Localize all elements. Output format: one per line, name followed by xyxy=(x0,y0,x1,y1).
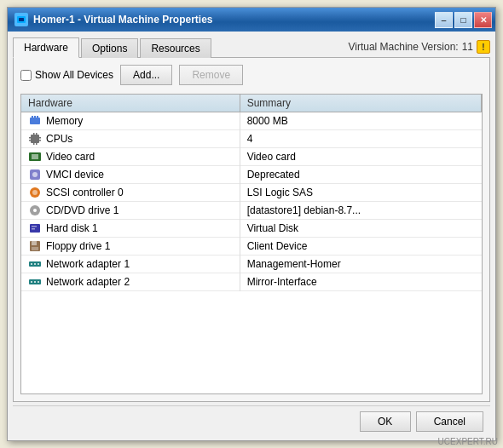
tab-header-row: Hardware Options Resources Virtual Machi… xyxy=(13,37,490,57)
svg-rect-30 xyxy=(31,263,32,265)
nic-icon xyxy=(28,257,42,271)
scsi-icon xyxy=(28,186,42,199)
floppy-icon xyxy=(28,239,42,253)
col-header-hardware: Hardware xyxy=(21,95,240,112)
table-row[interactable]: VMCI device Deprecated xyxy=(21,166,482,184)
vm-version: Virtual Machine Version: 11 ! xyxy=(348,40,490,57)
table-row[interactable]: Hard disk 1 Virtual Disk xyxy=(21,220,482,238)
video-icon xyxy=(28,150,42,164)
svg-rect-1 xyxy=(19,18,24,21)
table-row[interactable]: Network adapter 1 Management-Homer xyxy=(21,256,482,273)
svg-rect-9 xyxy=(33,142,35,145)
table-row[interactable]: Network adapter 2 Mirror-Interface xyxy=(21,273,482,291)
window-body: Hardware Options Resources Virtual Machi… xyxy=(8,32,495,440)
svg-rect-12 xyxy=(29,140,32,141)
svg-point-20 xyxy=(32,190,38,195)
watermark: UCEXPERT.RU xyxy=(438,437,498,446)
show-all-devices-label[interactable]: Show All Devices xyxy=(20,69,113,81)
memory-icon xyxy=(28,114,42,128)
svg-rect-10 xyxy=(36,142,38,145)
col-header-summary: Summary xyxy=(240,95,481,112)
add-button[interactable]: Add... xyxy=(120,65,172,85)
svg-rect-16 xyxy=(32,154,38,159)
app-icon xyxy=(14,13,28,26)
cancel-button[interactable]: Cancel xyxy=(416,411,483,432)
table-row[interactable]: Video card Video card xyxy=(21,148,482,166)
tab-hardware[interactable]: Hardware xyxy=(13,37,79,58)
vm-version-value: 11 xyxy=(462,41,473,53)
svg-point-18 xyxy=(32,172,38,177)
tab-bar: Hardware Options Resources xyxy=(13,37,213,57)
main-window: Homer-1 - Virtual Machine Properties – □… xyxy=(7,7,496,441)
titlebar-controls: – □ ✕ xyxy=(435,12,492,28)
content-area: Show All Devices Add... Remove Hardware … xyxy=(13,57,490,402)
svg-rect-34 xyxy=(31,281,32,283)
vm-version-label: Virtual Machine Version: xyxy=(348,41,458,53)
svg-rect-14 xyxy=(38,140,41,141)
vmci-icon xyxy=(28,168,42,181)
ok-button[interactable]: OK xyxy=(360,411,411,432)
svg-point-22 xyxy=(33,209,37,212)
titlebar-title-area: Homer-1 - Virtual Machine Properties xyxy=(14,13,213,26)
minimize-button[interactable]: – xyxy=(435,12,453,28)
table-row[interactable]: CD/DVD drive 1 [datastore1] debian-8.7..… xyxy=(21,202,482,220)
footer: OK Cancel xyxy=(13,405,490,435)
toolbar-row: Show All Devices Add... Remove xyxy=(20,65,483,85)
svg-rect-7 xyxy=(33,133,35,135)
cd-icon xyxy=(28,204,42,217)
svg-rect-2 xyxy=(30,118,40,124)
svg-rect-36 xyxy=(38,281,39,283)
maximize-button[interactable]: □ xyxy=(454,12,472,28)
svg-rect-24 xyxy=(32,226,37,227)
svg-rect-13 xyxy=(38,137,41,139)
svg-rect-4 xyxy=(34,116,36,118)
cpu-icon xyxy=(28,132,42,146)
tab-resources[interactable]: Resources xyxy=(140,38,211,58)
remove-button[interactable]: Remove xyxy=(179,65,243,85)
table-row[interactable]: Memory 8000 MB xyxy=(21,112,482,130)
svg-rect-27 xyxy=(32,241,37,245)
tab-options[interactable]: Options xyxy=(81,38,138,58)
svg-rect-11 xyxy=(29,137,32,139)
svg-rect-8 xyxy=(36,133,38,135)
show-all-devices-checkbox[interactable] xyxy=(20,70,32,81)
window-title: Homer-1 - Virtual Machine Properties xyxy=(33,14,213,26)
svg-rect-6 xyxy=(31,135,39,143)
svg-rect-28 xyxy=(32,247,38,250)
disk-icon xyxy=(28,221,42,235)
svg-rect-5 xyxy=(37,116,38,118)
svg-rect-32 xyxy=(38,263,39,265)
table-row[interactable]: Floppy drive 1 Client Device xyxy=(21,238,482,256)
svg-rect-35 xyxy=(34,281,36,283)
svg-rect-31 xyxy=(34,263,36,265)
nic-icon xyxy=(28,275,42,289)
svg-rect-3 xyxy=(32,116,33,118)
warning-icon: ! xyxy=(477,40,490,54)
hardware-table: Hardware Summary Memory 8000 MB CPUs 4 V… xyxy=(20,94,483,394)
svg-rect-25 xyxy=(32,228,35,230)
titlebar: Homer-1 - Virtual Machine Properties – □… xyxy=(8,8,495,32)
table-row[interactable]: CPUs 4 xyxy=(21,130,482,148)
close-button[interactable]: ✕ xyxy=(474,12,492,28)
table-row[interactable]: SCSI controller 0 LSI Logic SAS xyxy=(21,184,482,202)
